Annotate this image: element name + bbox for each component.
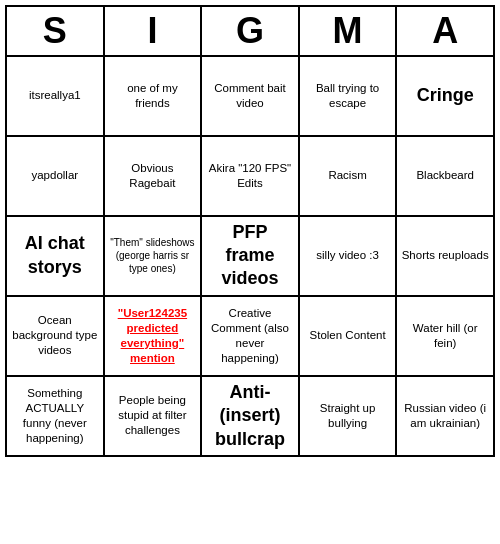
cell-r2-c0: AI chat storys <box>7 217 105 297</box>
cell-r2-c1: "Them" slideshows (george harris sr type… <box>105 217 203 297</box>
cell-r1-c0: yapdollar <box>7 137 105 217</box>
bingo-card: SIGMA itsreallya1one of my friendsCommen… <box>5 5 495 457</box>
cell-r4-c1: People being stupid at filter challenges <box>105 377 203 457</box>
cell-r1-c3: Racism <box>300 137 398 217</box>
cell-r2-c3: silly video :3 <box>300 217 398 297</box>
cell-r0-c2: Comment bait video <box>202 57 300 137</box>
cell-r0-c0: itsreallya1 <box>7 57 105 137</box>
bingo-grid: itsreallya1one of my friendsComment bait… <box>5 57 495 457</box>
cell-r1-c2: Akira "120 FPS" Edits <box>202 137 300 217</box>
header-row: SIGMA <box>5 5 495 57</box>
cell-r1-c4: Blackbeard <box>397 137 495 217</box>
cell-r4-c0: Something ACTUALLY funny (never happenin… <box>7 377 105 457</box>
header-letter-i: I <box>105 7 203 57</box>
cell-r4-c4: Russian video (i am ukrainian) <box>397 377 495 457</box>
cell-r2-c4: Shorts reuploads <box>397 217 495 297</box>
cell-r0-c1: one of my friends <box>105 57 203 137</box>
cell-r3-c4: Water hill (or fein) <box>397 297 495 377</box>
header-letter-m: M <box>300 7 398 57</box>
cell-r2-c2: PFP frame videos <box>202 217 300 297</box>
cell-r3-c2: Creative Comment (also never happening) <box>202 297 300 377</box>
cell-r4-c3: Straight up bullying <box>300 377 398 457</box>
cell-r0-c3: Ball trying to escape <box>300 57 398 137</box>
cell-r0-c4: Cringe <box>397 57 495 137</box>
cell-r3-c1: "User124235 predicted everything" mentio… <box>105 297 203 377</box>
cell-r3-c0: Ocean background type videos <box>7 297 105 377</box>
cell-r3-c3: Stolen Content <box>300 297 398 377</box>
header-letter-a: A <box>397 7 495 57</box>
cell-r1-c1: Obvious Ragebait <box>105 137 203 217</box>
header-letter-g: G <box>202 7 300 57</box>
cell-r4-c2: Anti-(insert) bullcrap <box>202 377 300 457</box>
header-letter-s: S <box>7 7 105 57</box>
